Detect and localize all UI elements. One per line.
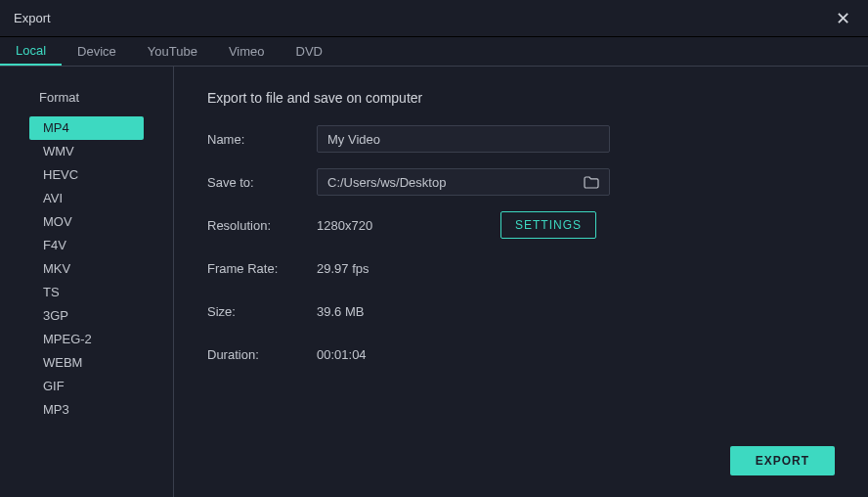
- main-panel: Export to file and save on computer Name…: [174, 67, 868, 497]
- tab-youtube[interactable]: YouTube: [132, 37, 213, 66]
- format-item-mpeg2[interactable]: MPEG-2: [29, 328, 144, 351]
- footer: EXPORT: [207, 446, 835, 481]
- tabs-container: Local Device YouTube Vimeo DVD: [0, 37, 868, 67]
- framerate-value: 29.97 fps: [317, 261, 369, 276]
- duration-value: 00:01:04: [317, 347, 367, 362]
- format-item-webm[interactable]: WEBM: [29, 351, 144, 375]
- row-duration: Duration: 00:01:04: [207, 340, 835, 368]
- tab-device[interactable]: Device: [62, 37, 132, 66]
- format-list: MP4 WMV HEVC AVI MOV F4V MKV TS 3GP MPEG…: [0, 116, 173, 422]
- format-item-wmv[interactable]: WMV: [29, 140, 144, 163]
- format-item-hevc[interactable]: HEVC: [29, 163, 144, 187]
- folder-icon[interactable]: [584, 176, 599, 189]
- row-framerate: Frame Rate: 29.97 fps: [207, 254, 835, 282]
- row-name: Name:: [207, 125, 835, 153]
- window-title: Export: [14, 11, 51, 25]
- row-size: Size: 39.6 MB: [207, 297, 835, 325]
- format-item-ts[interactable]: TS: [29, 281, 144, 304]
- format-item-f4v[interactable]: F4V: [29, 234, 144, 257]
- main-title: Export to file and save on computer: [207, 90, 835, 106]
- titlebar: Export ✕: [0, 0, 868, 37]
- body: Format MP4 WMV HEVC AVI MOV F4V MKV TS 3…: [0, 67, 868, 497]
- export-button[interactable]: EXPORT: [730, 446, 835, 475]
- close-icon[interactable]: ✕: [832, 8, 854, 29]
- duration-label: Duration:: [207, 347, 317, 362]
- size-value: 39.6 MB: [317, 304, 364, 319]
- format-item-3gp[interactable]: 3GP: [29, 304, 144, 328]
- name-label: Name:: [207, 132, 317, 147]
- name-input-wrapper: [317, 125, 610, 153]
- size-label: Size:: [207, 304, 317, 319]
- saveto-input[interactable]: [327, 175, 576, 190]
- format-item-mkv[interactable]: MKV: [29, 257, 144, 281]
- tab-dvd[interactable]: DVD: [281, 37, 338, 66]
- format-item-mp4[interactable]: MP4: [29, 116, 144, 140]
- format-item-mov[interactable]: MOV: [29, 210, 144, 234]
- format-item-avi[interactable]: AVI: [29, 187, 144, 210]
- format-item-mp3[interactable]: MP3: [29, 398, 144, 422]
- sidebar: Format MP4 WMV HEVC AVI MOV F4V MKV TS 3…: [0, 67, 174, 497]
- tab-vimeo[interactable]: Vimeo: [213, 37, 281, 66]
- framerate-label: Frame Rate:: [207, 261, 317, 276]
- name-input[interactable]: [327, 132, 599, 147]
- resolution-label: Resolution:: [207, 218, 317, 233]
- format-item-gif[interactable]: GIF: [29, 375, 144, 398]
- settings-button[interactable]: SETTINGS: [500, 211, 596, 239]
- row-resolution: Resolution: 1280x720 SETTINGS: [207, 211, 835, 239]
- row-saveto: Save to:: [207, 168, 835, 196]
- resolution-value: 1280x720: [317, 218, 500, 233]
- sidebar-header: Format: [0, 90, 173, 116]
- saveto-label: Save to:: [207, 175, 317, 190]
- tab-local[interactable]: Local: [0, 37, 62, 66]
- saveto-input-wrapper: [317, 168, 610, 196]
